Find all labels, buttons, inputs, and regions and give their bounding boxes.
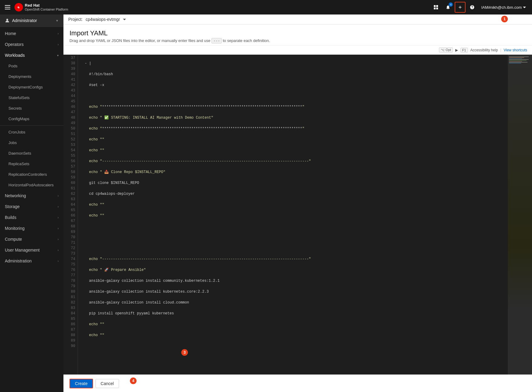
svg-point-5 <box>6 19 8 21</box>
code-textarea[interactable]: - | #!/bin/bash #set -x echo "**********… <box>78 55 508 374</box>
annotation-3: 3 <box>181 349 188 356</box>
sidebar-item-compute[interactable]: Compute › <box>0 234 63 245</box>
user-menu[interactable]: IAM#nikh@ch.ibm.com <box>479 5 528 10</box>
redhat-icon <box>15 3 23 11</box>
sidebar-item-networking[interactable]: Networking › <box>0 190 63 201</box>
sidebar-operators-label: Operators <box>5 42 24 47</box>
notifications-button[interactable]: 4 <box>443 2 453 13</box>
sidebar-item-deploymentconfigs[interactable]: DeploymentConfigs <box>0 82 63 92</box>
opt-hint: ⌥ Opt <box>439 47 453 53</box>
sidebar: Administrator ▼ Home › Operators › Workl… <box>0 14 63 392</box>
sidebar-item-hpa[interactable]: HorizontalPodAutoscalers <box>0 180 63 190</box>
workloads-chevron: ▾ <box>57 54 59 57</box>
view-shortcuts-link[interactable]: View shortcuts <box>504 48 527 52</box>
add-button[interactable] <box>455 2 466 13</box>
hamburger-menu[interactable] <box>4 4 11 11</box>
notification-badge: 4 <box>449 2 453 7</box>
sidebar-item-configmaps[interactable]: ConfigMaps <box>0 114 63 124</box>
project-selector[interactable]: Project: cp4waiops-evtmgr <box>68 17 126 22</box>
annotation-4: 4 <box>130 378 137 384</box>
svg-rect-1 <box>434 5 436 7</box>
sidebar-item-storage[interactable]: Storage › <box>0 201 63 212</box>
svg-rect-2 <box>436 5 438 7</box>
annotation-3-container: 3 <box>181 349 188 356</box>
sidebar-item-monitoring[interactable]: Monitoring › <box>0 223 63 234</box>
home-chevron: › <box>58 32 59 35</box>
top-navbar: Red Hat OpenShift Container Platform 4 I… <box>0 0 532 14</box>
sidebar-item-jobs[interactable]: Jobs <box>0 137 63 148</box>
user-name: IAM#nikh@ch.ibm.com <box>481 5 522 10</box>
page-title: Import YAML <box>69 29 526 37</box>
sidebar-item-administration[interactable]: Administration › <box>0 255 63 266</box>
svg-point-0 <box>17 5 21 10</box>
sidebar-admin-header[interactable]: Administrator ▼ <box>0 14 63 27</box>
project-name: cp4waiops-evtmgr <box>85 17 120 22</box>
page-description: Drag and drop YAML or JSON files into th… <box>69 38 526 43</box>
sidebar-item-cronjobs[interactable]: CronJobs <box>0 127 63 137</box>
line-numbers: 3738394041 4243444546 4748495051 5253545… <box>63 55 78 374</box>
help-button[interactable] <box>467 2 478 13</box>
brand-logo: Red Hat OpenShift Container Platform <box>15 3 68 12</box>
sidebar-admin-label: Administrator <box>12 18 37 23</box>
sidebar-item-daemonsets[interactable]: DaemonSets <box>0 148 63 159</box>
brand-redhat: Red Hat <box>25 3 68 8</box>
sidebar-item-replicasets[interactable]: ReplicaSets <box>0 159 63 169</box>
sidebar-item-workloads[interactable]: Workloads ▾ <box>0 50 63 61</box>
grid-icon-button[interactable] <box>430 2 441 13</box>
project-bar: Project: cp4waiops-evtmgr <box>63 14 532 24</box>
accessibility-help-link[interactable]: Accessibility help <box>470 48 498 52</box>
page-header: Import YAML Drag and drop YAML or JSON f… <box>63 24 532 46</box>
sidebar-item-statefulsets[interactable]: StatefulSets <box>0 92 63 103</box>
annotation-1: 1 <box>501 16 508 22</box>
svg-rect-4 <box>436 8 438 9</box>
sidebar-item-home[interactable]: Home › <box>0 28 63 39</box>
svg-rect-3 <box>434 8 436 9</box>
brand-ocp: OpenShift Container Platform <box>25 8 68 11</box>
separator-code: --- <box>211 38 222 43</box>
sidebar-item-operators[interactable]: Operators › <box>0 39 63 50</box>
sidebar-item-deployments[interactable]: Deployments <box>0 71 63 82</box>
editor-minimap <box>508 55 532 374</box>
sidebar-workloads-label: Workloads <box>5 53 25 58</box>
sidebar-home-label: Home <box>5 31 16 36</box>
code-editor[interactable]: 3738394041 4243444546 4748495051 5253545… <box>63 55 532 374</box>
actions-bar: Create Cancel 4 <box>63 374 532 392</box>
sidebar-item-pods[interactable]: Pods <box>0 61 63 71</box>
create-button[interactable]: Create <box>69 379 93 388</box>
cancel-button[interactable]: Cancel <box>95 379 119 388</box>
sidebar-item-user-management[interactable]: User Management › <box>0 245 63 255</box>
f1-hint: F1 <box>460 48 468 53</box>
sidebar-item-replicationcontrollers[interactable]: ReplicationControllers <box>0 169 63 180</box>
main-content: Project: cp4waiops-evtmgr Import YAML Dr… <box>63 14 532 392</box>
editor-toolbar: ⌥ Opt ▶ F1 Accessibility help | View sho… <box>63 46 532 55</box>
sidebar-admin-chevron: ▼ <box>56 19 59 22</box>
sidebar-item-builds[interactable]: Builds › <box>0 212 63 223</box>
project-label: Project: <box>68 17 82 22</box>
operators-chevron: › <box>58 43 59 46</box>
sidebar-nav: Home › Operators › Workloads ▾ Pods Depl… <box>0 27 63 268</box>
sidebar-item-secrets[interactable]: Secrets <box>0 103 63 114</box>
